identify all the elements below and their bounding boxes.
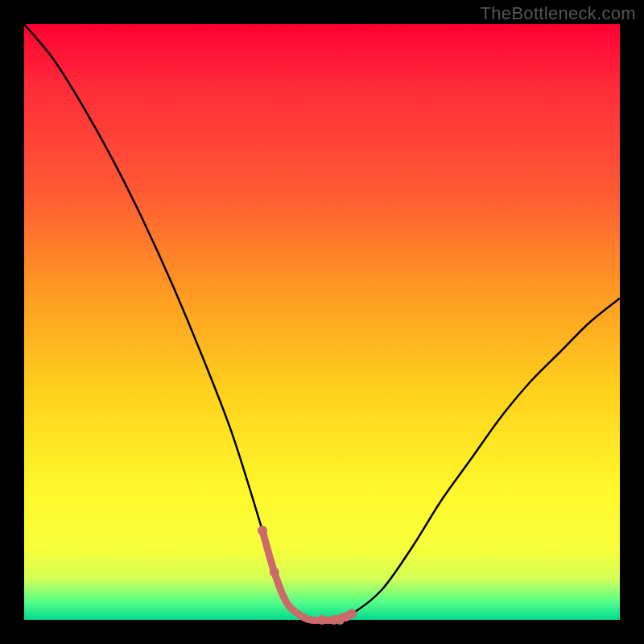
highlight-point bbox=[347, 609, 357, 619]
highlight-point bbox=[317, 615, 327, 625]
watermark-text: TheBottleneck.com bbox=[481, 3, 636, 24]
bottleneck-curve bbox=[24, 24, 620, 621]
plot-area bbox=[24, 24, 620, 620]
highlight-points bbox=[258, 526, 357, 625]
highlight-point bbox=[270, 568, 279, 577]
chart-frame: TheBottleneck.com bbox=[0, 0, 644, 644]
chart-svg bbox=[24, 24, 620, 620]
highlight-point bbox=[258, 526, 267, 535]
